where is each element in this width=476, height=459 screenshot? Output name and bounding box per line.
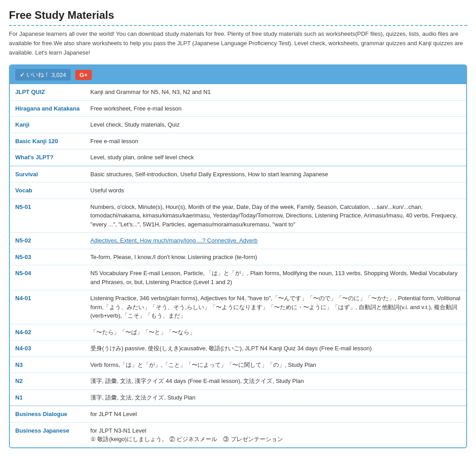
row-label[interactable]: JLPT QUIZ: [10, 84, 85, 100]
social-bar: ✓ いいね！ 3,024 G+: [10, 65, 466, 84]
row-label[interactable]: N1: [10, 389, 85, 406]
row-label[interactable]: N5-01: [10, 199, 85, 233]
row-label-link[interactable]: Business Japanese: [15, 427, 69, 434]
row-content: for JLPT N3-N1 Level① 敬語(keigo)にしましょう。 ②…: [85, 422, 466, 447]
table-row: SurvivalBasic structures, Self-introduct…: [10, 166, 466, 183]
row-label-link[interactable]: N4-01: [15, 295, 31, 302]
main-container: ✓ いいね！ 3,024 G+ JLPT QUIZKanji and Gramm…: [9, 64, 467, 448]
row-label-link[interactable]: N3: [15, 361, 23, 368]
row-content: Adjectives, Extent, How much/many/long .…: [85, 233, 466, 249]
row-label-link[interactable]: N4-02: [15, 329, 31, 336]
row-label[interactable]: N4-02: [10, 324, 85, 340]
row-content: Basic structures, Self-introduction, Use…: [85, 166, 466, 183]
gplus-button[interactable]: G+: [75, 70, 92, 80]
row-label-link[interactable]: Business Dialogue: [15, 411, 67, 417]
row-content: 「〜たら」「〜ば」「〜と」「〜なら」: [85, 324, 466, 340]
row-label-link[interactable]: Vocab: [15, 187, 32, 194]
table-row: N3Verb forms,「は」と「が」,「こと」「〜によって」「〜に関して」「…: [10, 357, 466, 373]
row-label-link[interactable]: N5-04: [15, 270, 31, 276]
table-row: N5-02Adjectives, Extent, How much/many/l…: [10, 233, 466, 249]
row-content: Kanji and Grammar for N5, N4, N3, N2 and…: [85, 84, 466, 100]
table-row: N2漢字, 語彙, 文法, 漢字クイズ 44 days (Free E-mail…: [10, 373, 466, 390]
row-content: Numbers, o'clock, Minute(s), Hour(s), Mo…: [85, 199, 466, 233]
row-content: Free worksheet, Free e-mail lesson: [85, 100, 466, 117]
table-row: N5-04N5 Vocabulary Free E-mail Lesson, P…: [10, 265, 466, 290]
table-row: VocabUseful words: [10, 183, 466, 199]
check-icon: ✓: [20, 72, 25, 78]
like-label: いいね！: [26, 71, 50, 79]
row-label[interactable]: Vocab: [10, 183, 85, 199]
table-row: JLPT QUIZKanji and Grammar for N5, N4, N…: [10, 84, 466, 100]
row-content: Verb forms,「は」と「が」,「こと」「〜によって」「〜に関して」「の」…: [85, 357, 466, 373]
table-row: N5-01Numbers, o'clock, Minute(s), Hour(s…: [10, 199, 466, 233]
content-link[interactable]: Adjectives, Extent, How much/many/long .…: [90, 237, 258, 244]
table-row: N4-03受身(うけみ) passive, 使役(しえき)causative, …: [10, 340, 466, 357]
page-title: Free Study Materials: [9, 9, 467, 26]
row-content: for JLPT N4 Level: [85, 406, 466, 422]
row-content: Useful words: [85, 183, 466, 199]
table-row: N4-02「〜たら」「〜ば」「〜と」「〜なら」: [10, 324, 466, 340]
row-label[interactable]: What's JLPT?: [10, 149, 85, 166]
row-label[interactable]: N3: [10, 357, 85, 373]
row-label-link[interactable]: N5-01: [15, 204, 31, 210]
row-label[interactable]: Basic Kanji 120: [10, 133, 85, 149]
table-row: Basic Kanji 120Free e-mail lesson: [10, 133, 466, 149]
table-row: N4-01Listening Practice, 346 verbs(plain…: [10, 290, 466, 324]
table-row: What's JLPT?Level, study plan, online se…: [10, 149, 466, 166]
table-row: N5-03Te-form, Please, I know./I don't kn…: [10, 249, 466, 265]
table-row: Business Dialoguefor JLPT N4 Level: [10, 406, 466, 422]
row-label[interactable]: N4-03: [10, 340, 85, 357]
row-label-link[interactable]: N1: [15, 394, 23, 401]
row-content: 漢字, 語彙, 文法, 漢字クイズ 44 days (Free E-mail l…: [85, 373, 466, 390]
like-count: 3,024: [51, 72, 66, 78]
row-label[interactable]: N2: [10, 373, 85, 390]
row-label[interactable]: Hiragana and Katakana: [10, 100, 85, 117]
row-label-link[interactable]: N5-03: [15, 254, 31, 260]
row-label[interactable]: Survival: [10, 166, 85, 183]
row-label-link[interactable]: What's JLPT?: [15, 154, 53, 161]
row-label-link[interactable]: N2: [15, 378, 23, 384]
row-content: 漢字, 語彙, 文法, 文法クイズ, Study Plan: [85, 389, 466, 406]
row-label-link[interactable]: Basic Kanji 120: [15, 138, 58, 144]
row-label-link[interactable]: N4-03: [15, 345, 31, 352]
table-row: Business Japanesefor JLPT N3-N1 Level① 敬…: [10, 422, 466, 447]
row-content: Listening Practice, 346 verbs(plain form…: [85, 290, 466, 324]
table-row: KanjiLevel check, Study materials, Quiz: [10, 117, 466, 133]
row-label[interactable]: Business Japanese: [10, 422, 85, 447]
row-content: 受身(うけみ) passive, 使役(しえき)causative, 敬語(けい…: [85, 340, 466, 357]
row-label-link[interactable]: Kanji: [15, 121, 30, 128]
row-label-link[interactable]: N5-02: [15, 237, 31, 244]
row-content: Free e-mail lesson: [85, 133, 466, 149]
row-label[interactable]: N5-02: [10, 233, 85, 249]
row-label-link[interactable]: Hiragana and Katakana: [15, 105, 80, 112]
study-materials-table: JLPT QUIZKanji and Grammar for N5, N4, N…: [10, 84, 466, 447]
row-content: Level check, Study materials, Quiz: [85, 117, 466, 133]
row-label[interactable]: Kanji: [10, 117, 85, 133]
row-label[interactable]: N5-04: [10, 265, 85, 290]
row-label[interactable]: N4-01: [10, 290, 85, 324]
row-label[interactable]: N5-03: [10, 249, 85, 265]
row-content: N5 Vocabulary Free E-mail Lesson, Partic…: [85, 265, 466, 290]
row-content: Te-form, Please, I know./I don't know. L…: [85, 249, 466, 265]
row-label[interactable]: Business Dialogue: [10, 406, 85, 422]
row-content: Level, study plan, online self level che…: [85, 149, 466, 166]
table-row: Hiragana and KatakanaFree worksheet, Fre…: [10, 100, 466, 117]
like-button[interactable]: ✓ いいね！ 3,024: [15, 69, 71, 81]
page-description: For Japanese learners all over the world…: [9, 30, 467, 57]
row-label-link[interactable]: JLPT QUIZ: [15, 89, 45, 95]
table-row: N1漢字, 語彙, 文法, 文法クイズ, Study Plan: [10, 389, 466, 406]
row-label-link[interactable]: Survival: [15, 171, 38, 178]
